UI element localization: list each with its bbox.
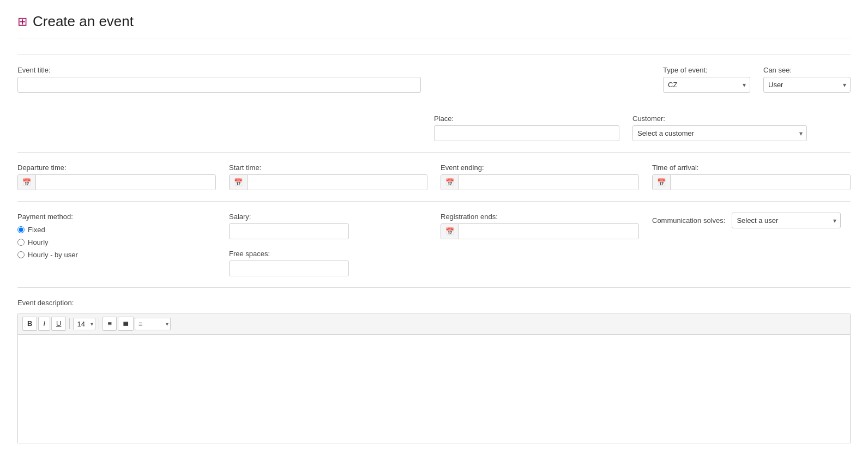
customer-select-wrapper: Select a customer [632,125,807,141]
registration-ends-input-wrapper: 📅 [441,223,639,239]
payment-method-label: Payment method: [17,213,216,221]
row-times: Departure time: 📅 Start time: 📅 Event en… [17,164,851,190]
time-of-arrival-calendar-icon[interactable]: 📅 [653,175,671,190]
can-see-select-wrapper: User Admin All [763,77,851,93]
free-spaces-group: Free spaces: [229,250,427,276]
communication-solves-label: Communication solves: [652,216,725,225]
type-of-event-group: Type of event: CZ EN DE [663,66,750,93]
radio-hourly-by-user-input[interactable] [17,251,25,258]
start-time-input[interactable] [248,175,427,190]
departure-time-label: Departure time: [17,164,216,172]
start-time-input-wrapper: 📅 [229,174,427,190]
registration-ends-input[interactable] [459,224,638,239]
event-description-group: Event description: B I U 8 10 12 14 16 1… [17,299,851,444]
radio-hourly-input[interactable] [17,239,25,246]
time-of-arrival-group: Time of arrival: 📅 [652,164,851,190]
departure-time-calendar-icon[interactable]: 📅 [18,175,36,190]
font-size-select-wrapper: 8 10 12 14 16 18 24 36 [73,318,95,330]
radio-fixed[interactable]: Fixed [17,226,216,234]
can-see-group: Can see: User Admin All [763,66,851,93]
event-ending-label: Event ending: [441,164,639,172]
can-see-label: Can see: [763,66,851,74]
event-title-input[interactable] [17,77,421,93]
event-title-group: Event title: [17,66,650,93]
start-time-label: Start time: [229,164,427,172]
salary-group: Salary: [229,213,427,239]
bold-button[interactable]: B [22,317,37,331]
page-title: Create an event [33,13,134,30]
underline-button[interactable]: U [51,317,66,331]
departure-time-input-wrapper: 📅 [17,174,216,190]
start-time-group: Start time: 📅 [229,164,427,190]
start-time-calendar-icon[interactable]: 📅 [230,175,248,190]
place-input[interactable] [434,125,619,141]
can-see-select[interactable]: User Admin All [763,77,851,93]
row-place: Place: Customer: Select a customer [17,114,851,141]
communication-solves-select-wrapper: Select a user [732,213,841,228]
event-ending-group: Event ending: 📅 [441,164,639,190]
salary-label: Salary: [229,213,427,221]
type-of-event-select-wrapper: CZ EN DE [663,77,750,93]
place-group: Place: [434,114,619,141]
communication-solves-row: Communication solves: Select a user [652,213,851,228]
time-of-arrival-input-wrapper: 📅 [652,174,851,190]
row-event-title: Event title: Type of event: CZ EN DE Can… [17,66,851,93]
radio-fixed-label: Fixed [28,226,45,234]
toolbar-divider-1 [69,318,70,329]
free-spaces-input[interactable] [229,261,349,276]
event-ending-input-wrapper: 📅 [441,174,639,190]
time-of-arrival-label: Time of arrival: [652,164,851,172]
communication-solves-select[interactable]: Select a user [732,213,841,228]
radio-hourly-by-user-label: Hourly - by user [28,251,78,259]
event-title-label: Event title: [17,66,650,74]
calendar-header-icon: ⊞ [17,15,27,29]
unordered-list-button[interactable]: ≡ [103,317,117,331]
event-ending-input[interactable] [459,175,638,190]
registration-ends-group: Registration ends: 📅 [441,213,639,239]
ordered-list-button[interactable]: ≣ [118,317,134,331]
customer-label: Customer: [632,114,807,123]
time-of-arrival-input[interactable] [671,175,850,190]
editor-container: B I U 8 10 12 14 16 18 24 36 [17,313,851,444]
radio-hourly[interactable]: Hourly [17,238,216,246]
editor-body[interactable] [18,335,850,444]
customer-group: Customer: Select a customer [632,114,807,141]
registration-ends-label: Registration ends: [441,213,639,221]
free-spaces-label: Free spaces: [229,250,427,258]
italic-button[interactable]: I [38,317,50,331]
type-of-event-select[interactable]: CZ EN DE [663,77,750,93]
radio-fixed-input[interactable] [17,226,25,233]
align-select[interactable]: ≡ Left Center Right [135,318,171,330]
salary-input[interactable] [229,223,349,239]
row-payment: Payment method: Fixed Hourly Hourly - by… [17,213,851,276]
payment-radio-group: Fixed Hourly Hourly - by user [17,226,216,259]
communication-solves-group: Communication solves: Select a user [652,213,851,228]
place-label: Place: [434,114,619,123]
registration-ends-calendar-icon[interactable]: 📅 [441,224,459,239]
font-size-select[interactable]: 8 10 12 14 16 18 24 36 [73,318,95,330]
salary-freespaces-group: Salary: Free spaces: [229,213,427,276]
event-description-label: Event description: [17,299,851,307]
editor-toolbar: B I U 8 10 12 14 16 18 24 36 [18,313,850,335]
departure-time-group: Departure time: 📅 [17,164,216,190]
departure-time-input[interactable] [36,175,215,190]
customer-select[interactable]: Select a customer [632,125,807,141]
align-select-wrapper: ≡ Left Center Right [135,318,171,330]
radio-hourly-label: Hourly [28,238,49,246]
toolbar-divider-2 [99,318,99,329]
event-ending-calendar-icon[interactable]: 📅 [441,175,459,190]
type-of-event-label: Type of event: [663,66,750,74]
radio-hourly-by-user[interactable]: Hourly - by user [17,251,216,259]
payment-method-group: Payment method: Fixed Hourly Hourly - by… [17,213,216,259]
page-header: ⊞ Create an event [17,13,851,39]
